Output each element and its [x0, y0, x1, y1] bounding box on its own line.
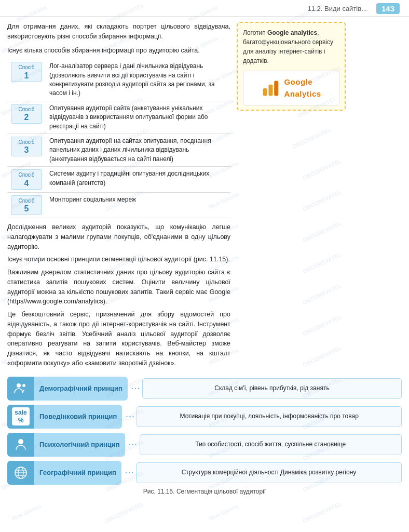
seg-desc-box: Мотивація при покупці, лояльність, інфор… [137, 406, 402, 427]
way-row: Спосіб1Лог-аналізатор сервера і дані ліч… [7, 59, 230, 101]
seg-desc-box: Тип особистості, спосіб життя, суспільне… [140, 434, 402, 455]
ga-text-block: Google Analytics [284, 76, 321, 100]
sidebar-description: Логотип Google analytics, багатофункціон… [243, 28, 339, 65]
seg-dots: · · · [125, 439, 140, 450]
seg-icon-box [7, 461, 34, 485]
watermark: OBOZREVATEL [104, 500, 145, 524]
intro-para2: Існує кілька способів збирання інформаці… [7, 46, 230, 56]
way-word: Спосіб [18, 106, 34, 114]
body-text-2: Існує чотири основні принципи сегментаці… [7, 255, 230, 264]
bottom-section: Демографічний принцип · · · Склад сім'ї,… [0, 371, 409, 498]
way-label: Спосіб5 [11, 195, 42, 216]
way-word: Спосіб [18, 64, 34, 72]
way-row: Спосіб5Моніторинг соціальних мереж [7, 192, 230, 218]
seg-desc-box: Склад сім'ї, рівень прибутків, рід занят… [142, 378, 402, 399]
watermark: Моя Школа [10, 503, 42, 522]
way-text-cell: Моніторинг соціальних мереж [46, 192, 230, 218]
chapter-title: 11.2. Види сайтів... [9, 5, 367, 12]
seg-label-box: Психологічний принцип [34, 433, 125, 457]
figure-caption: Рис. 11.15. Сегментація цільової аудитор… [7, 488, 402, 495]
way-word: Спосіб [18, 139, 34, 147]
sidebar-text-prefix: Логотип [243, 29, 267, 36]
seg-icon-box [7, 433, 34, 457]
way-word: Спосіб [18, 197, 34, 205]
way-text-cell: Опитування аудиторії сайта (анкетування … [46, 101, 230, 134]
way-label-cell: Спосіб5 [7, 192, 46, 218]
watermark: Моя Школа [208, 503, 239, 522]
page-header: 11.2. Види сайтів... 143 [0, 0, 409, 17]
svg-point-4 [22, 384, 25, 387]
body-text-4: Це безкоштовний сервіс, призначений для … [7, 310, 230, 368]
way-label: Спосіб2 [11, 104, 42, 124]
seg-label-box: Географічний принцип [34, 461, 121, 485]
segmentation-diagram: Демографічний принцип · · · Склад сім'ї,… [7, 377, 402, 485]
seg-label-box: Демографічний принцип [34, 377, 128, 401]
ga-logo-sublabel: Analytics [284, 88, 321, 100]
way-label-cell: Спосіб3 [7, 134, 46, 166]
way-text-cell: Лог-аналізатор сервера і дані лічильника… [46, 59, 230, 101]
ga-icon [261, 79, 280, 98]
right-column: Логотип Google analytics, багатофункціон… [237, 22, 346, 371]
way-text-cell: Опитування аудиторії на сайтах опитуванн… [46, 134, 230, 166]
watermark: OBOZREVATEL [302, 500, 343, 524]
sidebar-brand-name: Google analytics [267, 29, 317, 36]
main-content: Для отримання даних, які складають портр… [0, 17, 409, 371]
way-label-cell: Спосіб4 [7, 167, 46, 193]
way-num: 2 [24, 113, 29, 122]
way-word: Спосіб [18, 171, 34, 179]
body-text-3: Важливим джерелом статистичних даних про… [7, 268, 230, 307]
seg-dots: · · · [121, 467, 136, 478]
intro-para1: Для отримання даних, які складають портр… [7, 22, 230, 42]
seg-dots: · · · [128, 383, 142, 394]
page-number: 143 [376, 3, 400, 14]
seg-desc-box: Структура комерційної діяльності Динамік… [136, 462, 402, 483]
sidebar-box: Логотип Google analytics, багатофункціон… [237, 22, 346, 111]
way-num: 4 [24, 179, 29, 188]
way-label-cell: Спосіб1 [7, 59, 46, 101]
way-label: Спосіб1 [11, 62, 42, 82]
seg-row: Демографічний принцип · · · Склад сім'ї,… [7, 377, 402, 401]
way-num: 3 [24, 146, 29, 154]
sale-badge: sale% [12, 407, 29, 425]
ga-logo-label: Google [284, 76, 321, 88]
left-column: Для отримання даних, які складають портр… [7, 22, 230, 371]
way-row: Спосіб2Опитування аудиторії сайта (анкет… [7, 101, 230, 134]
seg-icon-box [7, 377, 34, 401]
svg-rect-0 [263, 88, 267, 96]
ways-table: Спосіб1Лог-аналізатор сервера і дані ліч… [7, 59, 230, 218]
seg-dots: · · · [122, 411, 137, 422]
seg-row: Психологічний принцип · · · Тип особисто… [7, 433, 402, 457]
seg-row: sale% Поведінковий принцип · · · Мотивац… [7, 405, 402, 429]
page-container: Моя Школа OBOZREVATEL Моя Школа OBOZREVA… [0, 0, 409, 532]
svg-point-5 [18, 439, 23, 444]
way-label: Спосіб4 [11, 169, 42, 190]
svg-point-3 [17, 383, 21, 388]
way-label: Спосіб3 [11, 137, 42, 157]
seg-label-box: Поведінковий принцип [34, 405, 122, 429]
way-num: 1 [24, 72, 29, 80]
ga-logo-box: Google Analytics [243, 71, 339, 105]
svg-rect-2 [275, 81, 279, 96]
svg-rect-1 [269, 84, 273, 96]
way-num: 5 [24, 205, 29, 213]
seg-row: Географічний принцип · · · Структура ком… [7, 461, 402, 485]
way-label-cell: Спосіб2 [7, 101, 46, 134]
way-row: Спосіб3Опитування аудиторії на сайтах оп… [7, 134, 230, 166]
way-text-cell: Системи аудиту і традиційні опитування д… [46, 167, 230, 193]
body-text-1: Дослідження великих аудиторій показують,… [7, 222, 230, 251]
way-row: Спосіб4Системи аудиту і традиційні опиту… [7, 167, 230, 193]
seg-icon-box: sale% [7, 405, 34, 429]
